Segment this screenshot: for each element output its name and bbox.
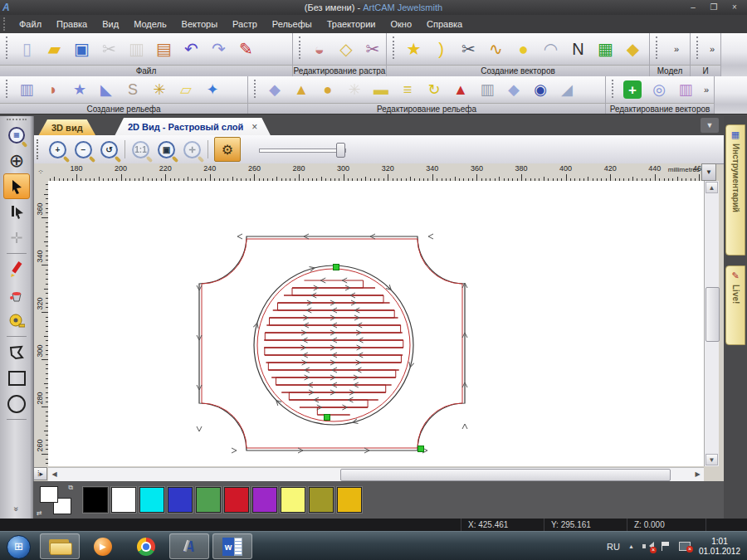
tab-close-icon[interactable]: × [251,121,257,133]
taskbar-chrome-button[interactable] [126,533,166,559]
link-colors-icon[interactable]: ⧉ [68,484,73,492]
btn-trim-vectors[interactable]: ✂ [455,34,482,64]
pane-split-button[interactable]: ⁞▸ [33,467,47,480]
btn-redo[interactable]: ↷ [205,34,232,64]
btn-palette-trim[interactable]: ✂ [359,34,386,64]
group-chevron-model[interactable]: » [674,44,679,54]
palette-swatch-6[interactable] [252,487,277,513]
btn-create-arc[interactable]: ) [427,34,455,64]
tool-create-circle[interactable] [3,391,30,416]
btn-create-star[interactable]: ★ [400,34,427,64]
btn-vector-cage[interactable]: ▥ [672,76,699,103]
tab-2d-view[interactable]: 2D Вид - Растровый слой × [115,118,271,136]
tool-flood-fill[interactable] [3,282,30,308]
palette-swatch-2[interactable] [139,487,164,513]
swap-colors-icon[interactable]: ⇄ [37,509,42,517]
tool-pan-globe[interactable]: ⊕ [3,148,30,173]
volume-muted-icon[interactable]: × [642,542,653,551]
menu-Файл[interactable]: Файл [12,16,49,33]
tool-zoom-preview[interactable]: ▦ [3,122,30,148]
action-center-flag-icon[interactable] [662,542,671,551]
menu-Правка[interactable]: Правка [49,16,95,33]
tool-node-editing[interactable] [3,199,30,225]
zoom-slider-track[interactable] [259,149,346,153]
palette-swatch-8[interactable] [309,487,334,513]
snap-settings-button[interactable]: ⚙ [214,137,241,162]
btn-create-blob[interactable]: ● [510,34,537,64]
btn-curve-direction[interactable]: ∿ [482,34,510,64]
btn-texture-relief[interactable]: ✦ [199,76,226,103]
btn-slice-relief[interactable]: ◢ [554,76,580,103]
sidebar-tab-live[interactable]: ✎ Live! [725,265,745,345]
tool-draw-pencil[interactable] [3,256,30,282]
scroll-left-icon[interactable]: ◀ [49,469,60,480]
menu-Векторы[interactable]: Векторы [174,16,225,33]
btn-relief-weave[interactable]: ✳ [146,76,173,103]
btn-tilt-plane[interactable]: ◆ [500,76,527,103]
btn-wrap-dome[interactable]: ◠ [537,34,564,64]
btn-cut[interactable]: ✂ [95,34,123,64]
primary-secondary-colors[interactable]: ⧉ ⇄ [40,486,71,514]
btn-copy[interactable]: ▥ [123,34,150,64]
btn-save-file[interactable]: ▣ [68,34,95,64]
zoom-slider[interactable] [259,143,346,156]
palette-swatch-3[interactable] [168,487,193,513]
menu-Траектории[interactable]: Траектории [320,16,383,33]
menu-Справка[interactable]: Справка [419,16,470,33]
btn-zoom-1to1[interactable]: 1:1 [128,137,154,162]
tool-create-rectangle[interactable] [3,365,30,391]
taskbar-explorer-button[interactable] [40,533,80,559]
btn-zoom-fit-window[interactable]: ▣ [154,137,179,162]
primary-color-swatch[interactable] [40,486,58,503]
zoom-slider-thumb[interactable] [336,143,345,158]
btn-undo[interactable]: ↶ [178,34,205,64]
palette-swatch-9[interactable] [337,487,362,513]
btn-smudge-relief[interactable]: ✳ [341,76,368,103]
palette-swatch-7[interactable] [281,487,305,513]
group-chevron-vector-edit[interactable]: » [704,85,709,95]
btn-smooth-relief[interactable]: ◆ [261,76,288,103]
btn-rotate-relief[interactable]: ↻ [421,76,447,103]
palette-swatch-1[interactable] [111,487,136,513]
clock[interactable]: 1:01 01.01.2012 [699,537,740,557]
btn-relief-shell[interactable]: ◗ [40,76,66,103]
tab-3d-view[interactable]: 3D вид [38,119,96,136]
btn-sculpt-relief[interactable]: ▲ [288,76,315,103]
palette-swatch-5[interactable] [224,487,249,513]
network-disconnected-icon[interactable]: × [679,542,691,551]
btn-vector-on-relief[interactable]: ◆ [619,34,647,64]
scroll-down-icon[interactable]: ▼ [706,454,718,465]
btn-shape-editor[interactable]: ▥ [13,76,40,103]
palette-swatch-0[interactable] [83,487,108,513]
ruler-options-icon[interactable]: ▼ [701,163,716,181]
vertical-scroll-thumb[interactable] [706,287,720,342]
close-button[interactable]: × [725,2,744,13]
restore-button[interactable]: ❐ [705,2,723,13]
tool-select-vectors[interactable] [3,173,30,199]
btn-edit-notes[interactable]: ✎ [232,34,260,64]
scroll-up-icon[interactable]: ▲ [706,182,718,193]
taskbar-word-button[interactable]: w [212,533,252,559]
btn-paste[interactable]: ▤ [150,34,178,64]
btn-zoom-previous[interactable]: ↺ [96,137,122,162]
horizontal-scrollbar[interactable]: ◀ ▶ [48,467,704,481]
btn-text-panel[interactable]: ▦ [592,34,619,64]
tool-transform-vectors[interactable]: ✛ [3,225,30,251]
btn-vector-balloon[interactable]: ◎ [646,76,672,103]
minimize-button[interactable]: – [684,2,702,13]
group-chevron-instrument[interactable]: » [710,44,715,54]
btn-node-add[interactable]: + [619,76,646,103]
menu-Рельефы[interactable]: Рельефы [265,16,320,33]
btn-raster-to-vector[interactable]: ◇ [333,34,359,64]
taskbar-mediaplayer-button[interactable]: ▶ [83,533,123,559]
menu-Модель[interactable]: Модель [126,16,173,33]
btn-extrude-relief[interactable]: ◣ [93,76,120,103]
menu-Окно[interactable]: Окно [383,16,420,33]
language-indicator[interactable]: RU [607,542,620,552]
menu-Растр[interactable]: Растр [225,16,265,33]
taskbar-artcam-button[interactable]: A [169,533,209,559]
vertical-scrollbar[interactable]: ▲ ▼ [704,181,719,466]
btn-paste-relief[interactable]: ▲ [447,76,474,103]
btn-zoom-out[interactable]: − [71,137,96,162]
btn-relief-star[interactable]: ★ [66,76,93,103]
